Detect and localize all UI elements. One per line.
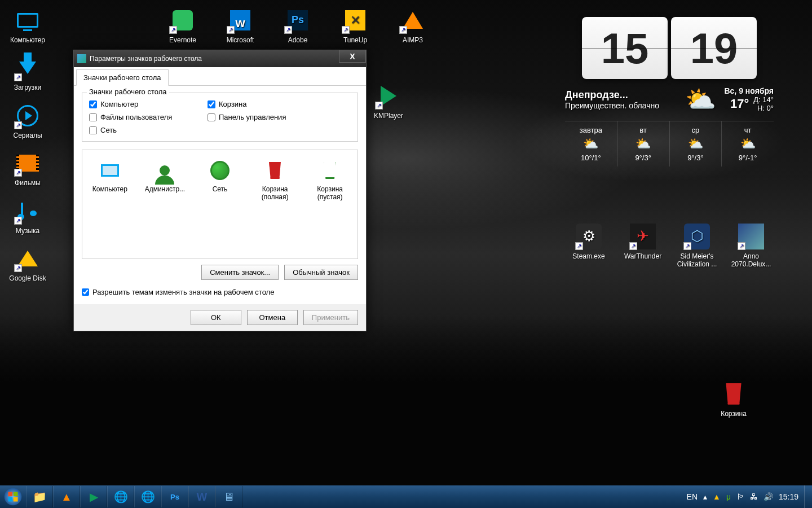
desktop-icon-music[interactable]: ↗Музыка: [6, 198, 50, 235]
label: Корзина: [721, 410, 747, 418]
label: Сериалы: [13, 132, 42, 139]
label: Steam.exe: [572, 252, 604, 260]
tray-expand-icon[interactable]: ▴: [703, 492, 707, 501]
desktop-icon-microsoft[interactable]: w↗Microsoft: [218, 7, 262, 44]
dialog-title: Параметры значков рабочего стола: [90, 55, 202, 63]
taskbar: 📁 ▲ ▶ 🌐 🌐 Ps W 🖥 EN ▴ ▲ μ 🏳 🖧 🔊 15:19: [0, 485, 812, 508]
svg-point-0: [5, 488, 22, 506]
photoshop-icon: Ps: [170, 493, 179, 501]
desktop-icon-civilization[interactable]: ⬡↗Sid Meier's Civilization ...: [675, 223, 719, 269]
clock-hours: 15: [582, 17, 668, 79]
show-desktop-button[interactable]: [804, 485, 812, 508]
desktop-icon-recycle-bin[interactable]: Корзина: [712, 380, 756, 418]
clock-minutes: 19: [671, 17, 757, 79]
desktop-icon-tuneup[interactable]: ✕↗TuneUp: [333, 7, 377, 44]
change-icon-button[interactable]: Сменить значок...: [201, 265, 279, 280]
taskbar-item-photoshop[interactable]: Ps: [161, 486, 188, 507]
desktop-icon-steam[interactable]: ⚙↗Steam.exe: [567, 223, 611, 269]
label: WarThunder: [624, 252, 661, 260]
svg-rect-3: [8, 497, 13, 502]
system-tray: EN ▴ ▲ μ 🏳 🖧 🔊 15:19: [687, 492, 804, 501]
forecast-day: вт⛅9°/3°: [617, 121, 670, 167]
word-icon: W: [197, 491, 208, 503]
desktop-icon-aimp3[interactable]: ↗AIMP3: [391, 7, 435, 44]
desktop-icon-warthunder[interactable]: ✈↗WarThunder: [621, 223, 665, 269]
apply-button[interactable]: Применить: [303, 310, 358, 325]
cancel-button[interactable]: Отмена: [247, 310, 298, 325]
label: Anno 2070.Delux...: [729, 252, 773, 269]
desktop-icon-movies[interactable]: ↗Фильмы: [6, 150, 50, 187]
desktop-icon-settings-dialog: Параметры значков рабочего стола X Значк…: [73, 50, 367, 331]
icon-item-network[interactable]: Сеть: [198, 159, 242, 253]
icon-item-admin[interactable]: Администр...: [143, 159, 187, 253]
tray-utorrent-icon[interactable]: μ: [726, 492, 731, 501]
check-allow-themes[interactable]: Разрешить темам изменять значки на рабоч…: [82, 288, 358, 296]
label: Музыка: [16, 227, 39, 235]
icon-item-recycle-empty[interactable]: Корзина (пустая): [308, 159, 352, 253]
desktop-icon-kmplayer[interactable]: ↗KMPlayer: [367, 82, 411, 120]
forecast-day: ср⛅9°/3°: [670, 121, 722, 167]
taskbar-item-word[interactable]: W: [188, 486, 215, 507]
default-icon-button[interactable]: Обычный значок: [284, 265, 358, 280]
label: KMPlayer: [374, 112, 403, 120]
tray-volume-icon[interactable]: 🔊: [764, 492, 773, 501]
tab-desktop-icons[interactable]: Значки рабочего стола: [76, 69, 169, 86]
tray-network-icon[interactable]: 🖧: [750, 492, 758, 501]
play-icon: ▶: [90, 490, 98, 503]
icon-preview-list[interactable]: Компьютер Администр... Сеть Корзина (пол…: [82, 150, 358, 259]
label: Evernote: [169, 36, 196, 44]
taskbar-item-personalization[interactable]: 🖥: [215, 486, 242, 507]
tray-clock[interactable]: 15:19: [779, 492, 798, 501]
ok-button[interactable]: ОК: [191, 310, 241, 325]
dialog-icon: [77, 54, 86, 63]
weather-widget[interactable]: 15 19 Днепродзе... Преимуществен. облачн…: [565, 17, 774, 167]
chrome-icon: 🌐: [141, 490, 155, 503]
sun-cloud-icon: ⛅: [685, 85, 716, 114]
label: Microsoft: [227, 36, 254, 44]
weather-condition: Преимуществен. облачно: [565, 101, 677, 110]
desktop-icon-google-disk[interactable]: ↗Google Disk: [6, 245, 50, 282]
label: TuneUp: [343, 36, 367, 44]
close-button[interactable]: X: [339, 50, 366, 63]
check-user-files[interactable]: Файлы пользователя: [89, 113, 202, 121]
forecast-day: чт⛅9°/-1°: [722, 121, 774, 167]
taskbar-item-play[interactable]: ▶: [80, 486, 107, 507]
label: AIMP3: [403, 36, 423, 44]
language-indicator[interactable]: EN: [687, 492, 698, 501]
label: Sid Meier's Civilization ...: [675, 252, 719, 269]
taskbar-item-explorer[interactable]: 📁: [26, 486, 53, 507]
chrome-icon: 🌐: [114, 490, 128, 503]
label: Adobe: [288, 36, 308, 44]
label: Google Disk: [9, 274, 46, 282]
taskbar-item-chrome[interactable]: 🌐: [107, 486, 134, 507]
aimp-icon: ▲: [61, 491, 72, 503]
tray-gdrive-icon[interactable]: ▲: [713, 492, 721, 501]
check-recycle-bin[interactable]: Корзина: [208, 100, 320, 108]
icon-item-recycle-full[interactable]: Корзина (полная): [253, 159, 297, 253]
icon-item-computer[interactable]: Компьютер: [88, 159, 132, 253]
desktop-icon-downloads[interactable]: ↗Загрузки: [6, 54, 50, 91]
tray-flag-icon[interactable]: 🏳: [736, 492, 744, 501]
desktop-icon-adobe[interactable]: Ps↗Adobe: [276, 7, 320, 44]
svg-rect-2: [14, 492, 18, 497]
group-legend: Значки рабочего стола: [87, 87, 169, 96]
taskbar-item-aimp[interactable]: ▲: [53, 486, 80, 507]
taskbar-item-chrome2[interactable]: 🌐: [134, 486, 161, 507]
desktop-icon-computer[interactable]: Компьютер: [6, 7, 50, 44]
start-button[interactable]: [0, 485, 26, 508]
weather-date: Вс, 9 ноября: [724, 86, 774, 95]
weather-temp: 17°: [730, 97, 749, 111]
desktop-icon-evernote[interactable]: ↗Evernote: [161, 7, 205, 44]
desktop-icon-anno[interactable]: ↗Anno 2070.Delux...: [729, 223, 773, 269]
label: Фильмы: [15, 179, 41, 187]
forecast-day: завтра⛅10°/1°: [565, 121, 617, 167]
label: Компьютер: [10, 36, 45, 44]
display-icon: 🖥: [223, 491, 235, 503]
check-computer[interactable]: Компьютер: [89, 100, 202, 108]
svg-rect-1: [8, 492, 13, 497]
label: Загрузки: [14, 84, 41, 91]
desktop-icon-serials[interactable]: ↗Сериалы: [6, 102, 50, 139]
check-network[interactable]: Сеть: [89, 126, 202, 134]
dialog-titlebar[interactable]: Параметры значков рабочего стола X: [74, 50, 366, 67]
check-control-panel[interactable]: Панель управления: [208, 113, 320, 121]
